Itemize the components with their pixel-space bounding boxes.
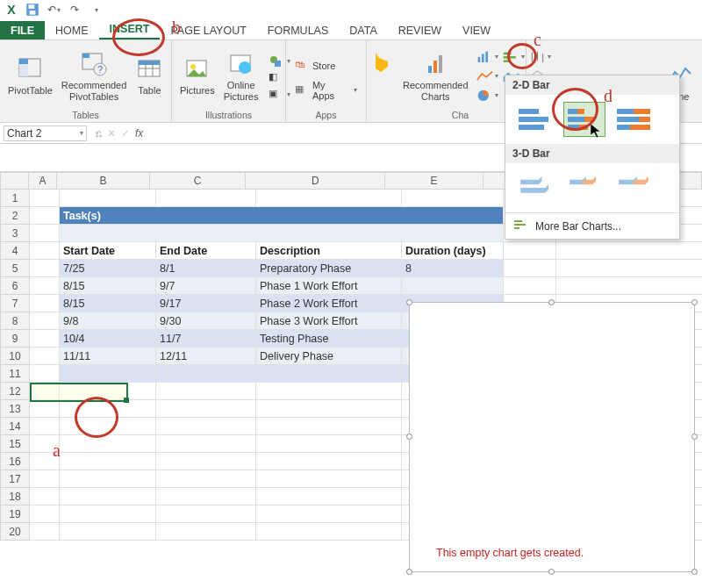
chart-resize-handle[interactable] bbox=[548, 569, 555, 575]
col-header[interactable]: Start Date bbox=[60, 242, 156, 260]
row-head[interactable]: 2 bbox=[0, 207, 30, 225]
tab-formulas[interactable]: FORMULAS bbox=[257, 21, 339, 39]
row-head[interactable]: 20 bbox=[0, 523, 30, 541]
store-label: Store bbox=[312, 61, 335, 71]
row-head[interactable]: 19 bbox=[0, 506, 30, 523]
row-head[interactable]: 9 bbox=[0, 330, 30, 348]
group-apps: 🛍Store ▦My Apps▾ Apps bbox=[286, 40, 367, 122]
save-icon[interactable] bbox=[25, 2, 40, 18]
empty-chart-object[interactable]: This empty chart gets created. bbox=[409, 302, 695, 572]
row-head[interactable]: 10 bbox=[0, 348, 30, 365]
col-header[interactable]: End Date bbox=[156, 242, 256, 260]
row-head[interactable]: 13 bbox=[0, 400, 30, 418]
col-head-C[interactable]: C bbox=[150, 172, 246, 190]
bar-clustered-2d[interactable] bbox=[514, 102, 556, 137]
table-row[interactable]: 8/159/7Phase 1 Work Effort bbox=[30, 277, 702, 295]
bar-stacked100-2d[interactable] bbox=[612, 102, 655, 137]
my-apps-label: My Apps bbox=[312, 80, 349, 101]
bing-maps-button[interactable] bbox=[372, 44, 390, 79]
table-button[interactable]: Table bbox=[133, 54, 166, 97]
table-icon bbox=[135, 55, 163, 83]
row-head[interactable]: 7 bbox=[0, 295, 30, 312]
select-all-triangle[interactable] bbox=[0, 172, 29, 190]
col-head-D[interactable]: D bbox=[246, 172, 385, 190]
recommended-pt-label: Recommended PivotTables bbox=[61, 80, 127, 101]
excel-logo-icon: X bbox=[4, 2, 19, 18]
undo-icon[interactable]: ↶▾ bbox=[46, 2, 61, 18]
tab-data[interactable]: DATA bbox=[339, 21, 387, 39]
line-chart-button[interactable]: ▾ bbox=[475, 68, 499, 85]
bar-stacked-3d[interactable] bbox=[563, 170, 605, 205]
row-head[interactable]: 14 bbox=[0, 418, 30, 435]
bar-section-3d-label: 3-D Bar bbox=[505, 144, 679, 163]
store-button[interactable]: 🛍Store bbox=[291, 58, 361, 74]
tab-view[interactable]: VIEW bbox=[452, 21, 501, 39]
chart-resize-handle[interactable] bbox=[548, 299, 555, 305]
recommended-charts-button[interactable]: Recommended Charts bbox=[400, 48, 471, 103]
svg-point-18 bbox=[239, 61, 251, 74]
row-head[interactable]: 11 bbox=[0, 365, 30, 383]
cancel-icon[interactable]: ✕ bbox=[107, 127, 116, 140]
row-head[interactable]: 4 bbox=[0, 242, 30, 260]
bing-button-wrap bbox=[367, 40, 395, 122]
recommended-pivottables-icon: ? bbox=[80, 50, 108, 78]
redo-icon[interactable]: ↷ bbox=[67, 2, 82, 18]
pie-chart-button[interactable]: ▾ bbox=[475, 87, 499, 104]
col-head-A[interactable]: A bbox=[29, 172, 58, 190]
bar-clustered-3d[interactable] bbox=[514, 170, 556, 205]
col-header[interactable]: Duration (days) bbox=[402, 242, 504, 260]
row-head[interactable]: 3 bbox=[0, 225, 30, 242]
table-title[interactable]: Task(s) bbox=[60, 207, 504, 225]
pivottable-icon bbox=[16, 55, 44, 83]
col-head-B[interactable]: B bbox=[57, 172, 150, 190]
pivottable-button[interactable]: PivotTable bbox=[5, 54, 55, 97]
svg-rect-28 bbox=[503, 56, 515, 59]
customize-qat-icon[interactable]: ▾ bbox=[88, 2, 104, 18]
bar-stacked100-3d[interactable] bbox=[612, 170, 655, 205]
row-head[interactable]: 1 bbox=[0, 190, 30, 207]
pictures-button[interactable]: Pictures bbox=[177, 54, 218, 97]
column-chart-button[interactable]: ▾ bbox=[475, 48, 499, 66]
annotation-letter-b: b bbox=[172, 18, 181, 38]
tab-review[interactable]: REVIEW bbox=[388, 21, 452, 39]
recommended-pivottables-button[interactable]: ? Recommended PivotTables bbox=[59, 48, 130, 103]
chart-resize-handle[interactable] bbox=[691, 434, 698, 440]
my-apps-button[interactable]: ▦My Apps▾ bbox=[291, 79, 361, 102]
row-head[interactable]: 6 bbox=[0, 277, 30, 295]
chart-resize-handle[interactable] bbox=[406, 569, 412, 575]
row-head[interactable]: 8 bbox=[0, 312, 30, 330]
tab-insert[interactable]: INSERT bbox=[99, 19, 161, 39]
chart-caption-text: This empty chart gets created. bbox=[436, 547, 584, 559]
table-row[interactable]: 7/258/1Preparatory Phase8 bbox=[30, 260, 702, 277]
row-head[interactable]: 17 bbox=[0, 470, 30, 488]
chart-resize-handle[interactable] bbox=[691, 299, 698, 305]
tab-file[interactable]: FILE bbox=[0, 21, 45, 39]
svg-marker-43 bbox=[520, 176, 541, 184]
row-head[interactable]: 16 bbox=[0, 453, 30, 470]
lock-reference-icon[interactable]: ⎌ bbox=[96, 127, 102, 140]
bar-stacked-2d[interactable] bbox=[563, 102, 605, 137]
row-head[interactable]: 18 bbox=[0, 488, 30, 506]
row-head[interactable]: 15 bbox=[0, 435, 30, 453]
svg-rect-2 bbox=[30, 11, 36, 15]
online-pictures-button[interactable]: Online Pictures bbox=[221, 48, 261, 103]
col-header[interactable]: Description bbox=[256, 242, 402, 260]
svg-marker-46 bbox=[583, 176, 596, 184]
fx-icon[interactable]: fx bbox=[135, 127, 143, 140]
row-head[interactable]: 5 bbox=[0, 260, 30, 277]
chart-resize-handle[interactable] bbox=[406, 299, 412, 305]
bar-chart-button[interactable]: ▾ bbox=[501, 48, 526, 66]
pictures-label: Pictures bbox=[180, 85, 215, 96]
name-box[interactable]: Chart 2▾ bbox=[4, 125, 87, 141]
online-pictures-icon bbox=[227, 50, 255, 78]
row-head[interactable]: 12 bbox=[0, 383, 30, 400]
bar-chart-dropdown: 2-D Bar 3-D Bar More Bar Charts... bbox=[505, 75, 680, 240]
pictures-icon bbox=[183, 55, 211, 83]
tab-home[interactable]: HOME bbox=[45, 21, 99, 39]
chart-resize-handle[interactable] bbox=[691, 569, 698, 575]
col-head-E[interactable]: E bbox=[385, 172, 483, 190]
group-illustrations: Pictures Online Pictures ▾ ◧ ▣▾ Illustra… bbox=[172, 40, 286, 122]
more-bar-charts[interactable]: More Bar Charts... bbox=[505, 212, 679, 239]
enter-icon[interactable]: ✓ bbox=[121, 127, 130, 140]
chart-resize-handle[interactable] bbox=[406, 434, 412, 440]
